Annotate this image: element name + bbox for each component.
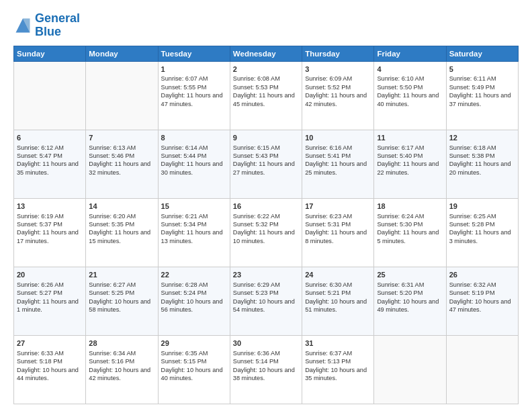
calendar-cell: 14Sunrise: 6:20 AMSunset: 5:35 PMDayligh… <box>86 198 158 267</box>
day-info-line: Sunrise: 6:36 AM <box>233 349 299 357</box>
day-number: 2 <box>233 64 299 75</box>
day-info-line: Sunset: 5:21 PM <box>305 289 371 297</box>
day-header: Monday <box>86 46 158 61</box>
day-info-line: Sunset: 5:41 PM <box>305 152 371 160</box>
calendar-cell: 17Sunrise: 6:23 AMSunset: 5:31 PMDayligh… <box>302 198 374 267</box>
day-info-line: Daylight: 11 hours and 35 minutes. <box>17 160 83 177</box>
day-info-line: Sunrise: 6:32 AM <box>449 281 515 289</box>
day-info-line: Sunrise: 6:15 AM <box>233 144 299 152</box>
calendar-cell: 3Sunrise: 6:09 AMSunset: 5:52 PMDaylight… <box>302 61 374 130</box>
day-info-line: Sunrise: 6:10 AM <box>377 75 443 83</box>
day-info-line: Sunset: 5:47 PM <box>17 152 83 160</box>
day-number: 6 <box>17 133 83 143</box>
day-info-line: Daylight: 10 hours and 54 minutes. <box>233 298 299 314</box>
day-info-line: Sunset: 5:37 PM <box>17 220 83 228</box>
day-info-line: Daylight: 10 hours and 38 minutes. <box>233 366 299 383</box>
day-number: 4 <box>377 64 443 75</box>
day-info-line: Daylight: 11 hours and 42 minutes. <box>305 91 371 108</box>
day-number: 13 <box>17 201 83 212</box>
day-info-line: Daylight: 10 hours and 47 minutes. <box>449 298 515 314</box>
day-info-line: Daylight: 11 hours and 10 minutes. <box>233 228 299 245</box>
day-info-line: Daylight: 11 hours and 13 minutes. <box>161 228 227 245</box>
day-number: 29 <box>161 338 227 349</box>
day-info-line: Daylight: 10 hours and 40 minutes. <box>161 366 227 383</box>
day-info-line: Daylight: 11 hours and 8 minutes. <box>305 228 371 245</box>
day-info-line: Sunset: 5:24 PM <box>161 289 227 297</box>
day-info-line: Sunset: 5:27 PM <box>17 289 83 297</box>
day-info-line: Sunset: 5:16 PM <box>89 357 154 365</box>
day-info-line: Sunrise: 6:07 AM <box>161 75 227 83</box>
day-info-line: Sunrise: 6:17 AM <box>377 144 443 152</box>
day-number: 9 <box>233 133 299 143</box>
day-info-line: Sunrise: 6:24 AM <box>377 212 443 220</box>
day-number: 21 <box>89 270 154 280</box>
calendar-cell: 7Sunrise: 6:13 AMSunset: 5:46 PMDaylight… <box>86 130 158 198</box>
day-info-line: Daylight: 11 hours and 15 minutes. <box>89 228 154 245</box>
calendar-cell: 16Sunrise: 6:22 AMSunset: 5:32 PMDayligh… <box>230 198 302 267</box>
logo: General Blue <box>13 12 80 39</box>
calendar-cell: 26Sunrise: 6:32 AMSunset: 5:19 PMDayligh… <box>446 267 518 335</box>
day-info-line: Sunrise: 6:21 AM <box>161 212 227 220</box>
day-number: 31 <box>305 338 371 349</box>
calendar-cell: 8Sunrise: 6:14 AMSunset: 5:44 PMDaylight… <box>158 130 230 198</box>
day-info-line: Sunset: 5:52 PM <box>305 83 371 91</box>
day-info-line: Daylight: 11 hours and 20 minutes. <box>449 160 515 177</box>
day-header: Saturday <box>446 46 518 61</box>
day-info-line: Daylight: 11 hours and 37 minutes. <box>449 91 515 108</box>
day-info-line: Sunrise: 6:31 AM <box>377 281 443 289</box>
calendar-table: SundayMondayTuesdayWednesdayThursdayFrid… <box>13 46 519 404</box>
day-info-line: Sunrise: 6:12 AM <box>17 144 83 152</box>
day-number: 22 <box>161 270 227 280</box>
day-info-line: Sunset: 5:35 PM <box>89 220 154 228</box>
calendar-cell <box>14 61 86 130</box>
day-info-line: Daylight: 10 hours and 49 minutes. <box>377 298 443 314</box>
calendar-cell: 5Sunrise: 6:11 AMSunset: 5:49 PMDaylight… <box>446 61 518 130</box>
day-info-line: Sunset: 5:28 PM <box>449 220 515 228</box>
day-number: 26 <box>449 270 515 280</box>
day-number: 24 <box>305 270 371 280</box>
day-header: Friday <box>374 46 446 61</box>
day-info-line: Sunset: 5:38 PM <box>449 152 515 160</box>
day-info-line: Sunrise: 6:35 AM <box>161 349 227 357</box>
calendar-cell: 30Sunrise: 6:36 AMSunset: 5:14 PMDayligh… <box>230 335 302 404</box>
day-number: 12 <box>449 133 515 143</box>
day-info-line: Daylight: 10 hours and 58 minutes. <box>89 298 154 314</box>
day-info-line: Sunrise: 6:34 AM <box>89 349 154 357</box>
calendar-cell: 11Sunrise: 6:17 AMSunset: 5:40 PMDayligh… <box>374 130 446 198</box>
calendar-cell <box>86 61 158 130</box>
day-info-line: Sunrise: 6:11 AM <box>449 75 515 83</box>
day-info-line: Sunset: 5:20 PM <box>377 289 443 297</box>
logo-text: General Blue <box>35 12 80 39</box>
calendar-cell: 25Sunrise: 6:31 AMSunset: 5:20 PMDayligh… <box>374 267 446 335</box>
calendar-cell: 1Sunrise: 6:07 AMSunset: 5:55 PMDaylight… <box>158 61 230 130</box>
day-info-line: Sunrise: 6:23 AM <box>305 212 371 220</box>
calendar-cell: 22Sunrise: 6:28 AMSunset: 5:24 PMDayligh… <box>158 267 230 335</box>
day-info-line: Daylight: 10 hours and 35 minutes. <box>305 366 371 383</box>
day-info-line: Sunrise: 6:26 AM <box>17 281 83 289</box>
day-number: 30 <box>233 338 299 349</box>
day-info-line: Daylight: 11 hours and 22 minutes. <box>377 160 443 177</box>
day-info-line: Sunrise: 6:37 AM <box>305 349 371 357</box>
calendar-cell: 23Sunrise: 6:29 AMSunset: 5:23 PMDayligh… <box>230 267 302 335</box>
day-info-line: Daylight: 11 hours and 5 minutes. <box>377 228 443 245</box>
day-info-line: Sunrise: 6:08 AM <box>233 75 299 83</box>
day-info-line: Sunset: 5:49 PM <box>449 83 515 91</box>
day-info-line: Sunset: 5:18 PM <box>17 357 83 365</box>
day-number: 14 <box>89 201 154 212</box>
day-info-line: Daylight: 11 hours and 30 minutes. <box>161 160 227 177</box>
calendar-cell: 31Sunrise: 6:37 AMSunset: 5:13 PMDayligh… <box>302 335 374 404</box>
day-number: 18 <box>377 201 443 212</box>
day-number: 15 <box>161 201 227 212</box>
header: General Blue <box>13 12 519 39</box>
day-info-line: Daylight: 11 hours and 45 minutes. <box>233 91 299 108</box>
day-info-line: Sunset: 5:13 PM <box>305 357 371 365</box>
day-info-line: Daylight: 11 hours and 25 minutes. <box>305 160 371 177</box>
day-info-line: Sunrise: 6:28 AM <box>161 281 227 289</box>
calendar-cell: 15Sunrise: 6:21 AMSunset: 5:34 PMDayligh… <box>158 198 230 267</box>
day-info-line: Sunrise: 6:33 AM <box>17 349 83 357</box>
calendar-cell: 24Sunrise: 6:30 AMSunset: 5:21 PMDayligh… <box>302 267 374 335</box>
day-info-line: Sunset: 5:23 PM <box>233 289 299 297</box>
day-info-line: Daylight: 11 hours and 1 minute. <box>17 298 83 314</box>
calendar-cell: 19Sunrise: 6:25 AMSunset: 5:28 PMDayligh… <box>446 198 518 267</box>
calendar-cell: 4Sunrise: 6:10 AMSunset: 5:50 PMDaylight… <box>374 61 446 130</box>
